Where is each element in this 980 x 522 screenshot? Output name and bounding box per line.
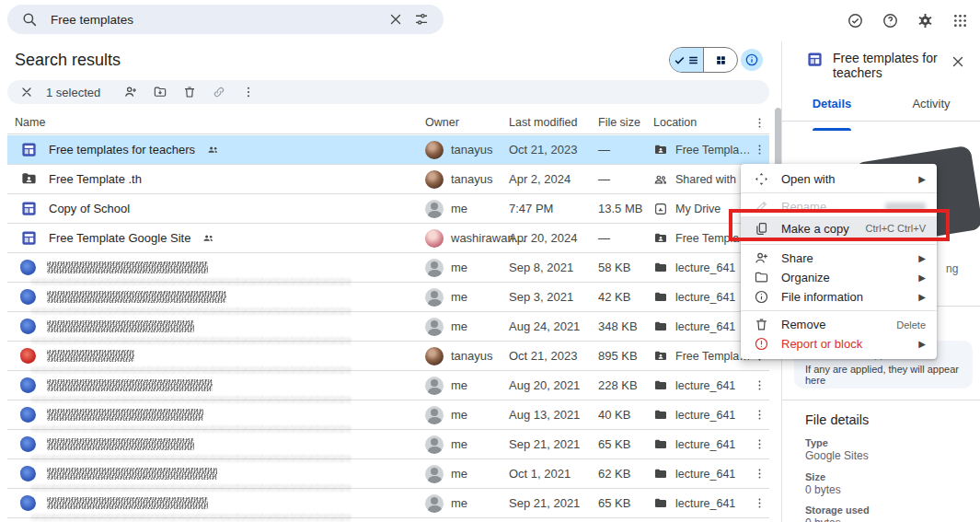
row-more-icon[interactable] xyxy=(749,405,769,425)
menu-divider xyxy=(741,310,937,311)
grid-view-button[interactable] xyxy=(704,48,737,72)
location-cell[interactable]: lecture_641 xyxy=(653,290,749,305)
row-more-icon[interactable] xyxy=(749,376,769,396)
menu-item-organize[interactable]: Organize▶ xyxy=(741,268,937,287)
list-view-button[interactable] xyxy=(670,48,704,72)
redacted-name-cell xyxy=(15,407,425,423)
row-more-icon[interactable] xyxy=(749,435,769,455)
share-person-add-icon[interactable] xyxy=(119,80,143,104)
row-more-icon[interactable] xyxy=(749,493,769,514)
settings-gear-icon[interactable] xyxy=(912,7,938,33)
location-cell[interactable]: lecture_641 xyxy=(653,378,749,393)
location-name: My Drive xyxy=(675,203,721,215)
menu-item-report-or-block[interactable]: Report or block▶ xyxy=(741,334,937,354)
menu-shortcut: Ctrl+C Ctrl+V xyxy=(866,223,926,234)
redacted-name-cell xyxy=(15,466,425,481)
submenu-arrow-icon: ▶ xyxy=(918,339,926,349)
file-row[interactable]: me Aug 20, 2021 228 KB lecture_641 xyxy=(7,371,769,400)
search-options-tune-icon[interactable] xyxy=(409,6,434,32)
owner-avatar xyxy=(425,465,444,483)
location-cell[interactable]: lecture_641 xyxy=(653,319,749,334)
menu-item-open-with[interactable]: Open with▶ xyxy=(741,169,937,189)
file-row[interactable]: me Aug 13, 2021 40 KB lecture_641 xyxy=(7,400,769,430)
file-details-heading: File details xyxy=(805,412,869,427)
location-cell[interactable]: lecture_641 xyxy=(653,437,749,452)
location-cell[interactable]: lecture_641 xyxy=(653,261,749,275)
offline-status-icon[interactable] xyxy=(842,7,868,33)
search-input[interactable] xyxy=(51,13,383,27)
owner-cell: me xyxy=(425,288,509,307)
location-cell[interactable]: Free Templa… xyxy=(653,349,749,364)
file-row[interactable]: me Aug 24, 2021 348 KB lecture_641 xyxy=(7,312,769,342)
type-label: Type xyxy=(805,437,828,448)
menu-item-file-information[interactable]: File information▶ xyxy=(741,287,937,307)
details-info-button[interactable] xyxy=(741,49,763,71)
name-cell: Free Template Google Site xyxy=(15,229,425,247)
row-more-icon[interactable] xyxy=(749,464,769,484)
folder-icon xyxy=(653,437,668,452)
owner-cell: me xyxy=(425,200,509,218)
file-row[interactable]: me Oct 1, 2021 62 KB lecture_641 xyxy=(7,459,769,489)
file-row[interactable]: me Sep 3, 2021 42 KB lecture_641 xyxy=(7,283,769,312)
location-cell[interactable]: lecture_641 xyxy=(653,496,749,511)
column-location[interactable]: Location xyxy=(653,116,749,129)
file-size-cell: 13.5 MB xyxy=(598,202,653,215)
file-size-cell: 348 KB xyxy=(598,319,653,333)
location-cell[interactable]: lecture_641 xyxy=(653,467,749,481)
tab-details[interactable]: Details xyxy=(782,97,882,121)
location-name: lecture_641 xyxy=(675,497,735,510)
owner-cell: me xyxy=(425,318,509,336)
file-row[interactable]: me Sep 21, 2021 65 KB lecture_641 xyxy=(7,430,769,459)
column-file-size[interactable]: File size xyxy=(598,116,653,129)
owner-cell: me xyxy=(425,435,509,454)
location-cell[interactable]: Free Templa… xyxy=(653,231,749,246)
owner-avatar xyxy=(425,229,444,248)
search-results-view: Search results 1 selected Name Owner xyxy=(0,41,781,522)
owner-name: tanayus xyxy=(451,349,493,363)
location-cell[interactable]: My Drive xyxy=(653,202,749,216)
pencil-icon xyxy=(754,199,769,215)
redacted-file-name xyxy=(47,261,208,273)
tab-activity[interactable]: Activity xyxy=(882,97,980,121)
row-more-icon[interactable] xyxy=(749,140,769,160)
close-panel-icon[interactable] xyxy=(945,49,971,75)
apps-grid-icon[interactable] xyxy=(947,7,973,33)
file-row[interactable]: Copy of School me 7:47 PM 13.5 MB My Dri… xyxy=(7,194,769,224)
last-modified-cell: Aug 20, 2021 xyxy=(509,378,598,392)
toolbar-more-icon[interactable] xyxy=(236,80,260,104)
location-cell[interactable]: Free Templa… xyxy=(653,143,749,157)
help-icon[interactable] xyxy=(877,7,903,33)
trash-icon[interactable] xyxy=(178,80,202,104)
size-label: Size xyxy=(805,471,825,482)
copy-link-icon[interactable] xyxy=(207,80,231,104)
shared-folder-icon xyxy=(653,143,668,157)
clear-search-icon[interactable] xyxy=(383,6,409,32)
redacted-name-cell xyxy=(15,348,425,364)
file-row[interactable]: Free Template .th tanayus Apr 2, 2024 — … xyxy=(7,165,769,194)
move-to-folder-icon[interactable] xyxy=(148,80,172,104)
owner-cell: tanayus xyxy=(425,170,509,189)
grid-view-icon xyxy=(715,54,727,66)
menu-item-share[interactable]: Share▶ xyxy=(741,249,937,268)
file-row[interactable]: Free Template Google Site washirawan… Ap… xyxy=(7,224,769,253)
file-row[interactable]: me Sep 21, 2021 65 KB lecture_641 xyxy=(7,489,769,518)
location-cell[interactable]: Shared with … xyxy=(653,172,749,187)
redacted-file-icon xyxy=(20,319,36,334)
owner-name: me xyxy=(451,319,467,333)
search-bar[interactable] xyxy=(7,5,444,34)
menu-item-make-a-copy[interactable]: Make a copyCtrl+C Ctrl+V xyxy=(741,216,937,240)
column-owner[interactable]: Owner xyxy=(425,116,509,129)
location-cell[interactable]: lecture_641 xyxy=(653,408,749,423)
clear-selection-icon[interactable] xyxy=(15,80,39,104)
column-name[interactable]: Name xyxy=(15,116,425,129)
size-value: 0 bytes xyxy=(805,483,841,496)
file-row[interactable]: Free templates for teachers tanayus Oct … xyxy=(7,135,769,165)
file-row[interactable]: me Sep 8, 2021 58 KB lecture_641 xyxy=(7,253,769,283)
location-name: lecture_641 xyxy=(675,438,735,451)
owner-name: me xyxy=(451,437,467,451)
column-options-icon[interactable] xyxy=(749,112,769,133)
column-last-modified[interactable]: Last modified xyxy=(509,116,598,129)
file-row[interactable]: tanayus Oct 21, 2023 895 KB Free Templa… xyxy=(7,342,769,371)
menu-item-remove[interactable]: RemoveDelete xyxy=(741,315,937,334)
owner-cell: me xyxy=(425,377,509,395)
